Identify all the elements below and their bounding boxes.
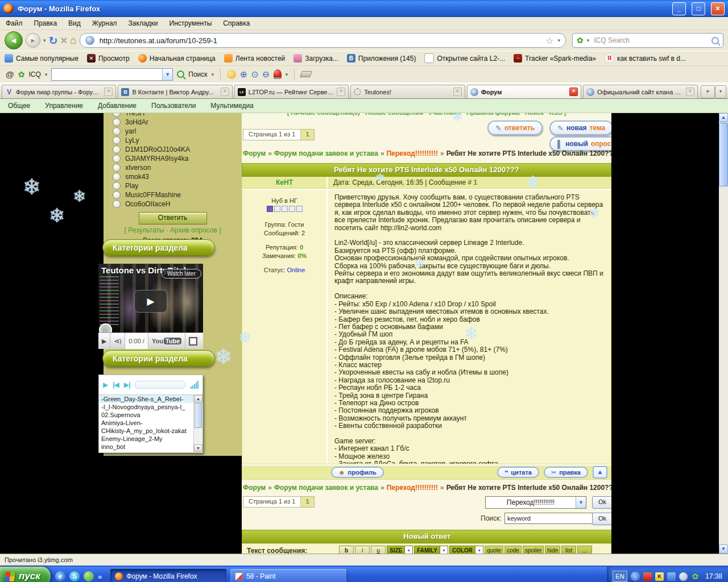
- bookmark-item[interactable]: BПриложения (145): [347, 54, 416, 63]
- family-select[interactable]: FAMILY▼: [414, 546, 448, 554]
- scroll-top-button[interactable]: ▲: [593, 466, 607, 479]
- bookmark-item[interactable]: Начальная страница: [138, 54, 216, 63]
- bookmark-item[interactable]: ✕Просмотр: [87, 54, 130, 63]
- tab-close-icon[interactable]: [221, 88, 229, 96]
- quote-button[interactable]: ❝цитата: [497, 467, 539, 478]
- combo-dropdown-icon[interactable]: ▼: [162, 69, 172, 80]
- youtube-video-embed[interactable]: Teutone vs DirtyBitch Watch later ▶ ||| …: [98, 264, 203, 349]
- poll-option[interactable]: D1M1DRoOJ10o4KA: [113, 145, 242, 154]
- fullscreen-icon[interactable]: [185, 333, 201, 349]
- post-number[interactable]: 1: [473, 178, 477, 186]
- select-dropdown-icon[interactable]: ▼: [576, 497, 586, 508]
- poll-option[interactable]: 3oHdAr: [113, 118, 242, 127]
- menu-bookmarks[interactable]: Закладки: [129, 19, 158, 27]
- category-section-button[interactable]: Категории раздела: [102, 350, 215, 367]
- playlist-track[interactable]: Enemy-Lineage_2-My: [99, 435, 202, 443]
- ucoz-menu-multimedia[interactable]: Мультимедиа: [210, 102, 253, 110]
- radio-icon[interactable]: [113, 146, 121, 153]
- bookmark-item[interactable]: ~Tracker «Spark-media»: [514, 54, 596, 63]
- scroll-up-icon[interactable]: ▲: [194, 395, 202, 402]
- jump-select[interactable]: Переход!!!!!!!!!!! ▼: [485, 496, 586, 509]
- menu-history[interactable]: Журнал: [92, 19, 117, 27]
- close-button[interactable]: ×: [711, 2, 725, 15]
- icq-search-button[interactable]: Поиск: [188, 70, 207, 78]
- profile-button[interactable]: ☻профиль: [331, 467, 384, 478]
- size-select[interactable]: SIZE▼: [387, 546, 413, 554]
- eraser-icon[interactable]: [300, 71, 312, 77]
- poll-option[interactable]: GJIAMYRHA9Isy4ka: [113, 154, 242, 163]
- player-prev-button[interactable]: |◀: [113, 381, 119, 389]
- antivirus-tray-icon[interactable]: K: [655, 572, 664, 581]
- menu-view[interactable]: Вид: [68, 19, 81, 27]
- italic-button[interactable]: i: [355, 546, 370, 554]
- edit-button[interactable]: ✂правка: [544, 467, 588, 478]
- radio-icon[interactable]: [113, 155, 121, 163]
- tab-forum-piar[interactable]: VФорум пиар группы - Форум...: [2, 85, 116, 98]
- poll-archive-link[interactable]: Архив опросов: [170, 226, 217, 234]
- radio-icon[interactable]: [113, 164, 121, 172]
- scroll-thumb[interactable]: [195, 403, 202, 428]
- poll-results-link[interactable]: Результаты: [128, 226, 164, 234]
- radio-icon[interactable]: [113, 182, 121, 190]
- minimize-button[interactable]: _: [672, 2, 686, 15]
- radio-icon[interactable]: [113, 173, 121, 181]
- page-number[interactable]: 1: [300, 130, 313, 140]
- zoom-in-icon[interactable]: ⊕: [240, 69, 247, 80]
- url-bar[interactable]: ☆ ▾: [80, 33, 566, 48]
- breadcrumb-section-link[interactable]: Форум подачи заявок и устава: [274, 484, 378, 492]
- new-topic-button[interactable]: ✎ новая тема: [549, 120, 611, 135]
- video-play-button[interactable]: ▶: [98, 333, 110, 349]
- poll-option[interactable]: TreSH: [113, 113, 242, 118]
- underline-button[interactable]: u: [371, 546, 386, 554]
- scroll-thumb[interactable]: [719, 123, 728, 186]
- tools-dropdown-icon[interactable]: ▾: [286, 72, 288, 77]
- playlist-track[interactable]: inno_bot: [99, 443, 202, 451]
- reload-button[interactable]: ↻: [49, 34, 58, 47]
- back-button[interactable]: ◄: [5, 31, 23, 49]
- playlist-track[interactable]: Animiya-Liven-: [99, 419, 202, 427]
- poll-option[interactable]: Music0FFMashine: [113, 190, 242, 199]
- radio-icon[interactable]: [113, 191, 121, 199]
- ucoz-menu-general[interactable]: Общее: [8, 102, 30, 110]
- poll-option[interactable]: smok43: [113, 172, 242, 181]
- tab-close-icon[interactable]: [569, 88, 578, 96]
- ie-icon[interactable]: e: [55, 571, 65, 581]
- search-ok-button[interactable]: Ok: [592, 513, 611, 525]
- poll-option[interactable]: Play: [113, 181, 242, 190]
- network-tray-icon[interactable]: [667, 572, 676, 581]
- chevron-more-icon[interactable]: »: [98, 572, 102, 581]
- radio-icon[interactable]: [113, 118, 121, 126]
- taskbar-item-paint[interactable]: 58 - Paint: [230, 569, 346, 582]
- breadcrumb-subsection-link[interactable]: Переход!!!!!!!!!!: [387, 149, 438, 157]
- tray-collapse-icon[interactable]: ‹: [631, 572, 640, 581]
- tab-close-icon[interactable]: [337, 88, 345, 96]
- bookmark-item[interactable]: Загрузка...: [293, 54, 338, 63]
- icq-dropdown-icon[interactable]: ▾: [45, 72, 48, 77]
- scroll-down-icon[interactable]: ▼: [719, 544, 728, 554]
- language-indicator[interactable]: EN: [613, 571, 627, 582]
- bookmark-item[interactable]: Лента новостей: [224, 54, 286, 63]
- tab-clan-site[interactable]: Офицыальний сайт клана Fi...: [583, 85, 697, 98]
- icq-tray-icon[interactable]: ✿: [691, 572, 700, 581]
- radio-icon[interactable]: [113, 200, 121, 208]
- player-next-button[interactable]: ▶|: [124, 381, 130, 389]
- at-icon[interactable]: @: [6, 69, 14, 79]
- playlist-track[interactable]: CHikisty-A_my_po_lokot-zakat: [99, 427, 202, 435]
- maximize-button[interactable]: □: [692, 2, 705, 15]
- tab-l2top[interactable]: L2L2TOP.ru — Рейтинг Сервер...: [234, 85, 349, 98]
- joystick-icon[interactable]: [274, 69, 282, 79]
- reply-button[interactable]: ✎ ответить: [487, 120, 543, 135]
- scroll-down-icon[interactable]: ▼: [194, 444, 202, 452]
- jump-ok-button[interactable]: Ok: [592, 496, 611, 509]
- page-scrollbar[interactable]: ▲ ▼: [719, 113, 728, 554]
- tab-teutones[interactable]: Teutones!: [350, 85, 465, 98]
- smiley-icon[interactable]: [227, 70, 236, 79]
- tab-forum-active[interactable]: Форум: [467, 85, 581, 98]
- forward-button[interactable]: ►: [26, 33, 40, 48]
- color-select[interactable]: COLOR▼: [449, 546, 483, 554]
- bookmark-item[interactable]: Открытие сайта L2-...: [424, 53, 505, 63]
- history-dropdown-icon[interactable]: ▾: [43, 38, 46, 43]
- breadcrumb-forum-link[interactable]: Форум: [243, 484, 266, 492]
- icq-toolbar-label[interactable]: ICQ: [28, 70, 40, 78]
- menu-help[interactable]: Справка: [223, 19, 250, 27]
